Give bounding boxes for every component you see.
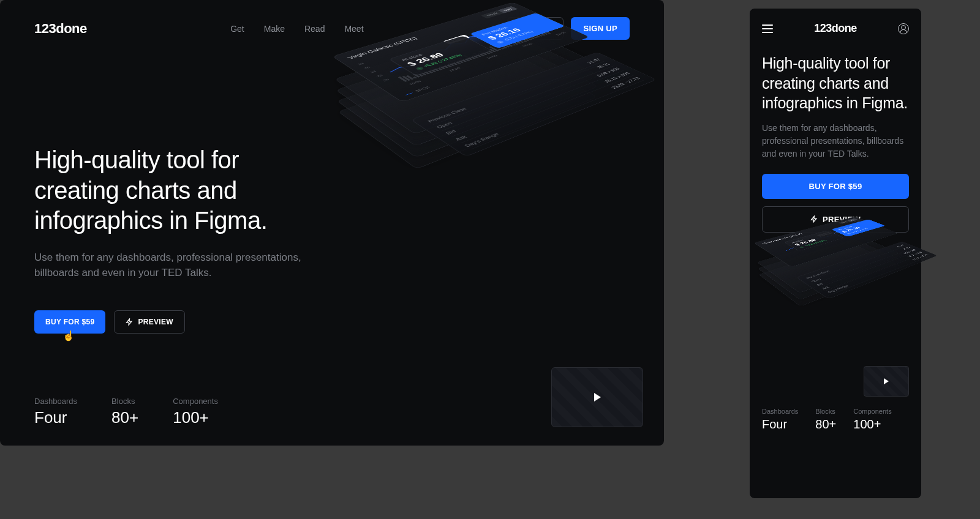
mobile-hero-title: High-quality tool for creating charts an… <box>762 53 909 113</box>
logo-text: 123done <box>34 21 87 36</box>
user-icon[interactable] <box>898 23 909 34</box>
stat-blocks: Blocks80+ <box>111 397 138 427</box>
mobile-stats-row: DashboardsFour Blocks80+ Components100+ <box>762 408 909 431</box>
hero-text: High-quality tool for creating charts an… <box>34 91 304 334</box>
desktop-frame: 123done Get Make Read Meet SIGN IN SIGN … <box>0 0 664 446</box>
hero-section: High-quality tool for creating charts an… <box>0 57 664 334</box>
mobile-hero-subtitle: Use them for any dashboards, professiona… <box>762 122 909 160</box>
mobile-logo: 123done <box>814 22 857 35</box>
mobile-chart-illustration: Virgin Galactic (SPCE) WeekDay $ 25.49 A… <box>762 250 909 397</box>
chart-illustration: Virgin Galactic (SPCE) Week Day 28262422… <box>316 91 630 334</box>
mobile-buy-button[interactable]: BUY FOR $59 <box>762 174 909 199</box>
stat-dashboards: DashboardsFour <box>34 397 77 427</box>
hamburger-icon[interactable] <box>762 24 773 33</box>
stat-components: Components100+ <box>173 397 218 427</box>
play-icon <box>884 378 889 384</box>
play-icon <box>594 393 601 401</box>
hero-title: High-quality tool for creating charts an… <box>34 145 304 236</box>
preview-label: PREVIEW <box>138 318 173 326</box>
nav-make[interactable]: Make <box>264 24 285 34</box>
video-thumbnail[interactable] <box>551 367 643 427</box>
nav-read[interactable]: Read <box>304 24 325 34</box>
nav-get[interactable]: Get <box>230 24 244 34</box>
mobile-video-thumbnail[interactable] <box>864 366 909 397</box>
logo: 123done <box>34 21 87 37</box>
main-nav: Get Make Read Meet <box>230 24 363 34</box>
mobile-header: 123done <box>762 22 909 35</box>
mobile-stat-components: Components100+ <box>853 408 891 431</box>
stats-row: DashboardsFour Blocks80+ Components100+ <box>34 397 218 427</box>
hero-buttons: BUY FOR $59 PREVIEW ☝ <box>34 310 304 334</box>
mobile-stat-blocks: Blocks80+ <box>815 408 836 431</box>
preview-button[interactable]: PREVIEW <box>114 310 184 334</box>
mobile-frame: 123done High-quality tool for creating c… <box>750 9 921 498</box>
nav-meet[interactable]: Meet <box>344 24 363 34</box>
hero-subtitle: Use them for any dashboards, professiona… <box>34 250 304 281</box>
lightning-icon <box>810 215 818 223</box>
cursor-icon: ☝ <box>62 330 75 342</box>
lightning-icon <box>126 318 133 326</box>
mobile-stat-dashboards: DashboardsFour <box>762 408 798 431</box>
